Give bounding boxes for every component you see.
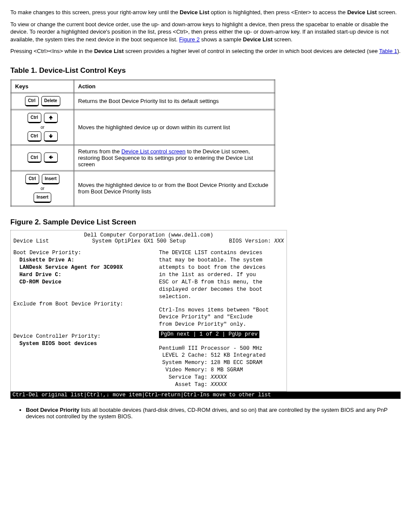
- sysinfo-line: Asset Tag: XXXXX: [159, 381, 284, 389]
- arrow-left-icon: [44, 152, 58, 163]
- bios-left-title: Device List: [13, 238, 49, 244]
- sysinfo-line: Service Tag: XXXXX: [159, 374, 284, 381]
- table-row: Ctrl Delete Returns the Boot Device Prio…: [11, 93, 275, 109]
- arrow-down-icon: [44, 131, 58, 142]
- bios-center-title: System OptiPlex GX1 500 Setup: [92, 238, 186, 244]
- sysinfo-line: LEVEL 2 Cache: 512 KB Integrated: [159, 352, 284, 359]
- exclude-heading: Exclude from Boot Device Priority:: [13, 301, 151, 308]
- ctrl-key-icon: Ctrl: [28, 152, 41, 163]
- bios-right-title: BIOS Version: XXX: [229, 238, 284, 244]
- table-row: Ctrl or Ctrl Moves the highlighted devic…: [11, 109, 275, 145]
- controller-priority-heading: Device Controller Priority:: [13, 333, 151, 340]
- col-action-header: Action: [74, 80, 275, 93]
- table-1-caption: Table 1. Device-List Control Keys: [10, 66, 401, 75]
- intro-para-1: To make changes to this screen, press yo…: [10, 9, 401, 16]
- controller-item: System BIOS boot devices: [13, 340, 151, 348]
- sysinfo-line: System Memory: 128 MB ECC SDRAM: [159, 359, 284, 367]
- boot-item: LANDesk Service Agent for 3C090X: [13, 264, 151, 271]
- bios-help-para2: Ctrl-Ins moves items between "Boot Devic…: [159, 307, 284, 329]
- boot-priority-heading: Boot Device Priority:: [13, 249, 151, 257]
- insert-key-icon: Insert: [34, 193, 51, 203]
- sysinfo-line: Pentium® III Processor - 500 MHz: [159, 345, 284, 352]
- device-list-control-link[interactable]: Device List control screen: [121, 148, 186, 155]
- bios-corp-line: Dell Computer Corporation (www.dell.com): [13, 232, 284, 238]
- action-text: Returns from the Device List control scr…: [74, 145, 275, 171]
- boot-item: Diskette Drive A:: [13, 257, 151, 264]
- table-row: Ctrl Returns from the Device List contro…: [11, 145, 275, 171]
- delete-key-icon: Delete: [41, 96, 60, 106]
- ctrl-key-icon: Ctrl: [28, 131, 41, 142]
- figure-2-caption: Figure 2. Sample Device List Screen: [10, 218, 401, 227]
- bios-footer-keys: Ctrl-Del original list|Ctrl↑,↓ move item…: [10, 392, 401, 399]
- figure-2-link[interactable]: Figure 2: [179, 36, 200, 43]
- action-text: Moves the highlighted device up or down …: [74, 109, 275, 145]
- ctrl-key-icon: Ctrl: [28, 113, 41, 123]
- sysinfo-line: Video Memory: 8 MB SGRAM: [159, 367, 284, 374]
- bios-screen: Dell Computer Corporation (www.dell.com)…: [10, 230, 287, 392]
- bios-help-para1: The DEVICE LIST contains devices that ma…: [159, 249, 284, 300]
- intro-para-3: Pressing <Ctrl><Ins> while in the Device…: [10, 47, 401, 55]
- or-label: or: [15, 125, 70, 130]
- note-item: Boot Device Priority lists all bootable …: [26, 407, 401, 420]
- or-label: or: [15, 186, 70, 191]
- action-text: Moves the highlighted device to or from …: [74, 171, 275, 206]
- table-1-link-inline[interactable]: Table 1: [379, 48, 397, 54]
- ctrl-key-icon: Ctrl: [25, 96, 39, 106]
- action-text: Returns the Boot Device Priority list to…: [74, 93, 275, 109]
- ctrl-key-icon: Ctrl: [25, 174, 39, 184]
- boot-item: CD-ROM Device: [13, 279, 151, 286]
- col-keys-header: Keys: [11, 80, 74, 93]
- insert-key-icon: Insert: [42, 174, 59, 184]
- arrow-up-icon: [44, 113, 58, 123]
- intro-para-2: To view or change the current boot devic…: [10, 21, 401, 44]
- bios-pager: PgDn next | 1 of 2 | PgUp prev: [159, 331, 259, 338]
- boot-item: Hard Drive C:: [13, 271, 151, 279]
- table-row: Ctrl Insert or Insert Moves the highligh…: [11, 171, 275, 206]
- device-list-keys-table: Keys Action Ctrl Delete Returns the Boot…: [10, 79, 275, 207]
